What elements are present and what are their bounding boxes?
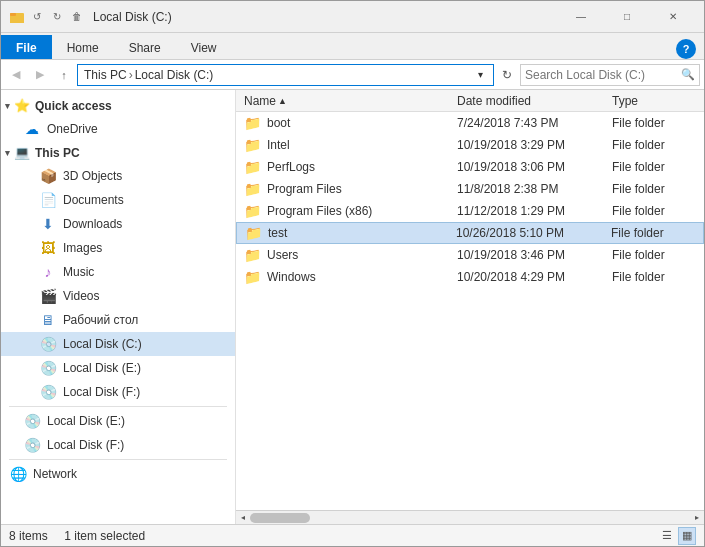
table-row[interactable]: 📁 Intel 10/19/2018 3:29 PM File folder: [236, 134, 704, 156]
file-cell-date: 7/24/2018 7:43 PM: [449, 116, 604, 130]
table-row-selected[interactable]: 📁 test 10/26/2018 5:10 PM File folder: [236, 222, 704, 244]
file-cell-type: File folder: [604, 138, 704, 152]
table-row[interactable]: 📁 PerfLogs 10/19/2018 3:06 PM File folde…: [236, 156, 704, 178]
sidebar-3dobjects[interactable]: 📦 3D Objects: [1, 164, 235, 188]
scroll-right-btn[interactable]: ▸: [690, 511, 704, 525]
sidebar-localdisk-f[interactable]: 💿 Local Disk (F:): [1, 433, 235, 457]
sidebar-separator2: [9, 459, 227, 460]
scroll-left-btn[interactable]: ◂: [236, 511, 250, 525]
window-title: Local Disk (C:): [93, 10, 558, 24]
address-bar: ◀ ▶ ↑ This PC › Local Disk (C:) ▾ ↻ 🔍: [1, 60, 704, 90]
view-details-button[interactable]: ▦: [678, 527, 696, 545]
file-name: Program Files (x86): [267, 204, 372, 218]
sidebar-quickaccess-header[interactable]: ▾ ⭐ Quick access: [1, 94, 235, 117]
sidebar-network[interactable]: 🌐 Network: [1, 462, 235, 486]
folder-icon: 📁: [245, 225, 262, 241]
file-name: Users: [267, 248, 298, 262]
sidebar-onedrive[interactable]: ☁ OneDrive: [1, 117, 235, 141]
refresh-button[interactable]: ↻: [496, 64, 518, 86]
sidebar-onedrive-label: OneDrive: [47, 122, 98, 136]
ribbon-tabs: File Home Share View ?: [1, 33, 704, 59]
quickaccess-chevron: ▾: [5, 101, 10, 111]
desktop-icon: 🖥: [39, 312, 57, 328]
help-button[interactable]: ?: [676, 39, 696, 59]
file-cell-type: File folder: [604, 182, 704, 196]
file-cell-name: 📁 Program Files (x86): [236, 203, 449, 219]
file-cell-type: File folder: [604, 204, 704, 218]
folder-icon: 📁: [244, 247, 261, 263]
back-button[interactable]: ◀: [5, 64, 27, 86]
onedrive-icon: ☁: [23, 121, 41, 137]
table-row[interactable]: 📁 Users 10/19/2018 3:46 PM File folder: [236, 244, 704, 266]
folder-icon: 📁: [244, 203, 261, 219]
delete-btn[interactable]: 🗑: [69, 9, 85, 25]
scroll-track[interactable]: [250, 511, 690, 525]
file-cell-type: File folder: [603, 226, 703, 240]
main-window: ↺ ↻ 🗑 Local Disk (C:) — □ ✕ File Home Sh…: [0, 0, 705, 547]
col-type-header[interactable]: Type: [604, 94, 704, 108]
file-cell-date: 11/8/2018 2:38 PM: [449, 182, 604, 196]
path-thispc[interactable]: This PC: [84, 68, 127, 82]
thispc-icon: 💻: [14, 145, 30, 160]
svg-rect-2: [10, 13, 16, 16]
title-bar-icons: ↺ ↻ 🗑: [9, 9, 85, 25]
sidebar-documents[interactable]: 📄 Documents: [1, 188, 235, 212]
path-dropdown[interactable]: ▾: [474, 69, 487, 80]
sidebar-downloads[interactable]: ⬇ Downloads: [1, 212, 235, 236]
undo-btn[interactable]: ↺: [29, 9, 45, 25]
sidebar: ▾ ⭐ Quick access ☁ OneDrive ▾ 💻 This PC …: [1, 90, 236, 524]
up-button[interactable]: ↑: [53, 64, 75, 86]
view-buttons: ☰ ▦: [658, 527, 696, 545]
sidebar-music[interactable]: ♪ Music: [1, 260, 235, 284]
scroll-thumb[interactable]: [250, 513, 310, 523]
videos-icon: 🎬: [39, 288, 57, 304]
sidebar-quickaccess-label: Quick access: [35, 99, 112, 113]
file-cell-type: File folder: [604, 248, 704, 262]
file-cell-date: 10/26/2018 5:10 PM: [448, 226, 603, 240]
tab-file[interactable]: File: [1, 35, 52, 59]
table-row[interactable]: 📁 boot 7/24/2018 7:43 PM File folder: [236, 112, 704, 134]
close-button[interactable]: ✕: [650, 1, 696, 33]
sidebar-localdisk-f-sub[interactable]: 💿 Local Disk (F:): [1, 380, 235, 404]
search-input[interactable]: [525, 68, 681, 82]
sidebar-localdisk-e-sub[interactable]: 💿 Local Disk (E:): [1, 356, 235, 380]
file-name: test: [268, 226, 287, 240]
sidebar-localdisk-e[interactable]: 💿 Local Disk (E:): [1, 409, 235, 433]
tab-share[interactable]: Share: [114, 35, 176, 59]
minimize-button[interactable]: —: [558, 1, 604, 33]
redo-btn[interactable]: ↻: [49, 9, 65, 25]
sidebar-localdisk-c[interactable]: 💿 Local Disk (C:): [1, 332, 235, 356]
search-icon: 🔍: [681, 68, 695, 81]
file-cell-name: 📁 Windows: [236, 269, 449, 285]
tab-view[interactable]: View: [176, 35, 232, 59]
sidebar-images[interactable]: 🖼 Images: [1, 236, 235, 260]
folder-icon: 📁: [244, 159, 261, 175]
maximize-button[interactable]: □: [604, 1, 650, 33]
table-row[interactable]: 📁 Windows 10/20/2018 4:29 PM File folder: [236, 266, 704, 288]
sidebar-desktop[interactable]: 🖥 Рабочий стол: [1, 308, 235, 332]
music-icon: ♪: [39, 264, 57, 280]
title-bar-system-icon[interactable]: [9, 9, 25, 25]
sidebar-thispc-header[interactable]: ▾ 💻 This PC: [1, 141, 235, 164]
table-row[interactable]: 📁 Program Files (x86) 11/12/2018 1:29 PM…: [236, 200, 704, 222]
sidebar-videos[interactable]: 🎬 Videos: [1, 284, 235, 308]
horizontal-scrollbar[interactable]: ◂ ▸: [236, 510, 704, 524]
file-cell-date: 11/12/2018 1:29 PM: [449, 204, 604, 218]
file-area: Name ▲ Date modified Type 📁 boot 7/24/20…: [236, 90, 704, 524]
file-name: Program Files: [267, 182, 342, 196]
file-cell-name: 📁 boot: [236, 115, 449, 131]
localdisk-f-sub-icon: 💿: [39, 384, 57, 400]
path-localdisk[interactable]: Local Disk (C:): [135, 68, 214, 82]
ribbon-right: ?: [676, 39, 704, 59]
forward-button[interactable]: ▶: [29, 64, 51, 86]
sidebar-separator: [9, 406, 227, 407]
file-cell-name: 📁 Intel: [236, 137, 449, 153]
search-box[interactable]: 🔍: [520, 64, 700, 86]
sort-arrow: ▲: [278, 96, 287, 106]
col-date-header[interactable]: Date modified: [449, 94, 604, 108]
table-row[interactable]: 📁 Program Files 11/8/2018 2:38 PM File f…: [236, 178, 704, 200]
col-name-header[interactable]: Name ▲: [236, 94, 449, 108]
tab-home[interactable]: Home: [52, 35, 114, 59]
address-path[interactable]: This PC › Local Disk (C:) ▾: [77, 64, 494, 86]
view-list-button[interactable]: ☰: [658, 527, 676, 545]
